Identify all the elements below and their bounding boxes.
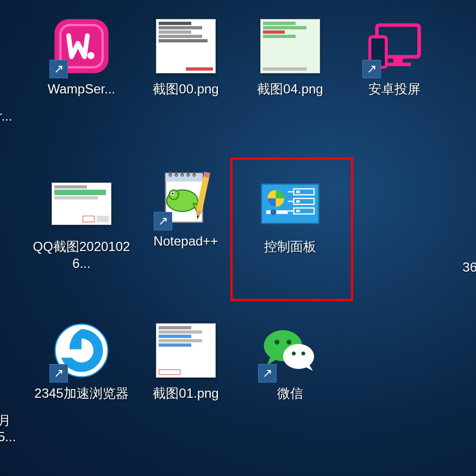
icon-label: QQ截图20201026... [33, 238, 130, 272]
desktop[interactable]: ↗ WampSer... 截图00.png [0, 0, 476, 476]
svg-rect-5 [385, 62, 411, 66]
icon-label: 安卓投屏 [346, 80, 443, 97]
notepadpp-icon: ↗ [156, 168, 216, 228]
svg-point-2 [87, 52, 95, 59]
partial-icon-label: 36 [462, 260, 476, 275]
android-cast-icon: ↗ [365, 16, 424, 76]
svg-point-24 [172, 193, 173, 195]
icon-label: 控制面板 [241, 238, 339, 255]
icon-screenshot00[interactable]: 截图00.png [137, 16, 235, 97]
partial-icon-label: 月 [0, 412, 11, 429]
image-file-icon [52, 174, 111, 234]
icon-android-cast[interactable]: ↗ 安卓投屏 [346, 16, 443, 97]
image-file-icon [156, 16, 216, 76]
icon-screenshot04[interactable]: 截图04.png [241, 16, 339, 97]
browser-2345-icon: ↗ [52, 321, 111, 380]
icon-wampserver[interactable]: ↗ WampSer... [33, 16, 130, 97]
icon-label: 截图04.png [241, 80, 339, 97]
svg-rect-40 [296, 200, 300, 202]
svg-point-32 [271, 209, 277, 215]
svg-rect-31 [266, 210, 288, 214]
svg-rect-41 [296, 210, 300, 212]
icon-label: 截图01.png [137, 385, 235, 402]
icon-screenshot01[interactable]: 截图01.png [137, 321, 235, 402]
icon-label: 微信 [241, 385, 339, 402]
shortcut-arrow-icon: ↗ [362, 60, 381, 78]
icon-qq-screenshot[interactable]: QQ截图20201026... [33, 174, 130, 272]
svg-rect-39 [296, 191, 300, 193]
icon-control-panel[interactable]: 控制面板 [241, 174, 339, 255]
icon-wechat[interactable]: ↗ 微信 [241, 321, 339, 402]
svg-point-45 [274, 340, 279, 345]
icon-label: WampSer... [33, 80, 130, 97]
wechat-icon: ↗ [260, 321, 320, 380]
shortcut-arrow-icon: ↗ [49, 60, 68, 78]
wamp-icon: ↗ [52, 16, 111, 76]
partial-icon-label: 5... [0, 429, 16, 444]
shortcut-arrow-icon: ↗ [49, 364, 68, 383]
control-panel-icon [260, 174, 320, 234]
icon-label: Notepad++ [137, 233, 235, 249]
image-file-icon [260, 16, 320, 76]
svg-point-46 [286, 340, 291, 345]
icon-notepadpp[interactable]: ↗ Notepad++ [137, 168, 235, 249]
icon-label: 截图00.png [137, 80, 235, 97]
svg-point-49 [302, 352, 305, 355]
svg-rect-4 [393, 57, 403, 62]
shortcut-arrow-icon: ↗ [154, 212, 172, 230]
image-file-icon [156, 321, 216, 380]
partial-icon-label: r... [0, 109, 12, 124]
svg-point-48 [292, 352, 296, 355]
icon-label: 2345加速浏览器 [33, 385, 130, 402]
icon-2345-browser[interactable]: ↗ 2345加速浏览器 [33, 321, 130, 402]
shortcut-arrow-icon: ↗ [258, 364, 277, 383]
